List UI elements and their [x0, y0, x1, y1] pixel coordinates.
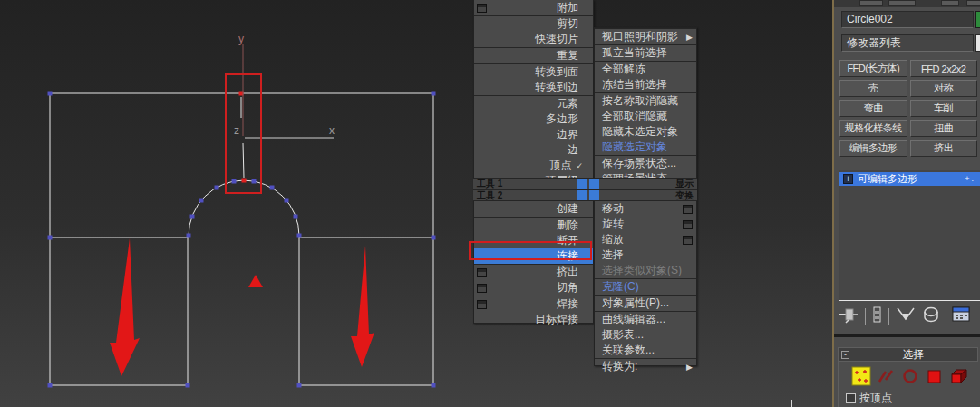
quad-center-marker [577, 190, 587, 200]
vertex-mode-button[interactable] [851, 366, 871, 386]
menu-item[interactable]: 曲线编辑器... [595, 312, 696, 327]
settings-box-icon[interactable] [683, 205, 693, 214]
modifier-button[interactable]: 编辑多边形 [839, 140, 907, 157]
vertex-dots[interactable] [48, 92, 436, 388]
show-end-result-icon[interactable] [871, 305, 883, 327]
menu-item[interactable]: 转换为: ▶ [595, 359, 696, 374]
submenu-arrow-icon: ▶ [686, 363, 693, 372]
axis-y-label: y [238, 33, 244, 45]
menu-item[interactable]: 隐藏未选定对象 [595, 124, 696, 140]
menu-item[interactable]: 选择类似对象(S) [595, 263, 696, 279]
quad-center-marker [589, 179, 599, 189]
settings-box-icon[interactable] [477, 284, 487, 293]
tab-chip[interactable] [966, 0, 980, 6]
remove-modifier-icon[interactable] [922, 305, 940, 327]
tab-chip[interactable] [941, 0, 959, 6]
menu-item[interactable]: 冻结当前选择 [595, 77, 696, 93]
menu-item-mark: ✓ [576, 161, 583, 170]
quad-menu-left-column: 附加 剪切 快速切片 重复 [473, 0, 594, 324]
configure-modifier-sets-icon[interactable] [952, 306, 971, 326]
polygon-mode-button[interactable] [925, 366, 945, 386]
modifier-button[interactable]: 壳 [839, 80, 907, 97]
modifier-button[interactable]: FFD(长方体) [839, 60, 907, 77]
transform-gizmo[interactable]: y x z [234, 33, 335, 178]
quad-center-marker [589, 190, 599, 200]
menu-item[interactable]: 快速切片 [474, 32, 593, 48]
menu-item[interactable]: 连接 [474, 248, 593, 265]
panel-divider [834, 334, 980, 337]
by-vertex-checkbox[interactable] [846, 393, 856, 403]
menu-item[interactable]: 全部解冻 [595, 62, 696, 77]
by-vertex-row: 按顶点 [846, 391, 892, 406]
modifier-stack[interactable]: + 可编辑多边形 +. [839, 170, 980, 301]
modifier-button[interactable]: 弯曲 [839, 100, 907, 117]
element-mode-button[interactable] [949, 366, 969, 386]
modifier-button[interactable]: 挤出 [910, 140, 978, 157]
toolbar-separator [865, 308, 866, 325]
toolbar-separator [946, 308, 946, 325]
menu-item[interactable]: 转换到面 [474, 64, 593, 80]
menu-item[interactable]: 剪切 [474, 16, 593, 32]
command-panel-tabs[interactable] [834, 0, 980, 7]
axis-z-label: z [234, 124, 239, 137]
menu-item[interactable]: 视口照明和阴影 ▶ [595, 28, 696, 45]
menu-item[interactable]: 挤出 [474, 265, 593, 280]
stack-toolbar [838, 305, 979, 328]
menu-item[interactable]: 按名称取消隐藏 [595, 93, 696, 109]
menu-item[interactable]: 元素 [474, 96, 593, 111]
menu-item[interactable]: 克隆(C) [595, 279, 696, 296]
menu-item[interactable]: 孤立当前选择 [595, 45, 696, 62]
menu-item[interactable]: 多边形 [474, 111, 593, 127]
tab-chip[interactable] [859, 0, 883, 6]
menu-item[interactable]: 创建 [474, 201, 593, 218]
menu-item[interactable]: 选择 [595, 247, 696, 263]
edge-mode-button[interactable] [876, 366, 896, 386]
menu-item[interactable]: 边 [474, 142, 593, 158]
modifier-button[interactable]: 规格化样条线 [839, 120, 907, 137]
settings-box-icon[interactable] [683, 220, 693, 229]
menu-item[interactable]: 旋转 [595, 217, 696, 232]
collapse-icon[interactable]: - [841, 351, 849, 359]
tab-chip[interactable] [888, 0, 916, 6]
menu-item[interactable]: 删除 [474, 218, 593, 233]
modifier-button[interactable]: 对称 [910, 80, 978, 97]
menu-item[interactable]: 目标焊接 [474, 312, 593, 327]
expand-icon[interactable]: + [843, 174, 853, 184]
menu-item[interactable]: 对象属性(P)... [595, 296, 696, 312]
modifier-button[interactable]: 车削 [910, 100, 978, 117]
menu-item[interactable]: 顶点 ✓ [474, 158, 593, 173]
quad-header-tools2: 工具 2 [473, 189, 594, 201]
menu-item[interactable]: 重复 [474, 48, 593, 64]
modifier-list-dropdown[interactable]: 修改器列表 [841, 34, 974, 52]
border-mode-button[interactable] [900, 366, 920, 386]
menu-item[interactable]: 焊接 [474, 296, 593, 312]
display-menu: 视口照明和阴影 ▶ 孤立当前选择 全部解冻 [595, 28, 696, 179]
menu-item[interactable]: 切角 [474, 280, 593, 296]
selection-rollout-header[interactable]: - 选择 [838, 347, 978, 362]
menu-item[interactable]: 关联参数... [595, 343, 696, 359]
modifier-button[interactable]: 扭曲 [910, 120, 978, 137]
tools1-menu: 附加 剪切 快速切片 重复 [474, 0, 593, 178]
make-unique-icon[interactable] [895, 305, 917, 327]
object-name-field[interactable]: Circle002 [841, 11, 974, 28]
menu-item[interactable]: 移动 [595, 201, 696, 217]
menu-item[interactable]: 全部取消隐藏 [595, 109, 696, 124]
editable-poly-wireframe [50, 93, 433, 385]
menu-item[interactable]: 边界 [474, 127, 593, 142]
object-color-swatch[interactable] [975, 11, 980, 28]
menu-item[interactable]: 转换到边 [474, 80, 593, 96]
settings-box-icon[interactable] [477, 268, 487, 277]
modifier-button[interactable]: FFD 2x2x2 [910, 60, 978, 77]
menu-item[interactable]: 保存场景状态... [595, 156, 696, 171]
menu-item[interactable]: 摄影表... [595, 327, 696, 343]
pin-stack-icon[interactable] [838, 305, 859, 327]
settings-box-icon[interactable] [683, 236, 693, 245]
menu-item[interactable]: 隐藏选定对象 [595, 140, 696, 156]
dropdown-arrow-button[interactable] [975, 34, 980, 52]
menu-item[interactable]: 附加 [474, 0, 593, 16]
settings-box-icon[interactable] [477, 4, 487, 13]
stack-item-editable-poly[interactable]: + 可编辑多边形 +. [839, 172, 980, 186]
settings-box-icon[interactable] [477, 300, 487, 309]
menu-item[interactable]: 断开 [474, 233, 593, 248]
menu-item[interactable]: 缩放 [595, 232, 696, 247]
